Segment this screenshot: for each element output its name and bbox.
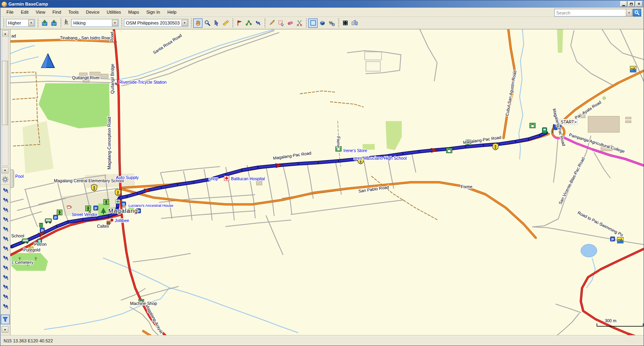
track-list-item[interactable]	[0, 205, 10, 214]
map-label: Machine Shop	[130, 301, 157, 306]
footprints-icon	[2, 187, 9, 194]
track-list-item[interactable]	[0, 292, 10, 301]
track-list-item[interactable]	[0, 224, 10, 234]
gear-icon	[2, 176, 9, 183]
toolbar: Higher▼Hiking▼OSM Philippines 20130503▼%	[0, 17, 644, 29]
menu-view[interactable]: View	[32, 8, 49, 16]
sidebar-scroll-down[interactable]: ▼	[2, 167, 8, 173]
track-point	[318, 162, 319, 163]
pharmacy-icon	[116, 200, 120, 204]
new-track-tool-button[interactable]	[253, 19, 262, 28]
map-arrow-icon	[51, 20, 57, 26]
track-point	[338, 161, 339, 161]
close-button[interactable]: ×	[636, 1, 642, 7]
hospital-icon	[224, 176, 229, 181]
map-label: Petron	[34, 242, 47, 247]
measure-tool-button[interactable]	[221, 19, 230, 28]
menu-sign-in[interactable]: Sign In	[142, 8, 163, 16]
attraction-icon	[86, 206, 91, 211]
map-product-combo[interactable]: OSM Philippines 20130503▼	[124, 19, 188, 27]
menu-tools[interactable]: Tools	[65, 8, 83, 16]
track-list-item[interactable]	[0, 243, 10, 253]
sidebar-scroll-thumb[interactable]	[2, 61, 8, 125]
track-point	[499, 144, 500, 144]
menu-utilities[interactable]: Utilities	[103, 8, 124, 16]
minimize-button[interactable]	[620, 1, 627, 7]
track-list-item[interactable]	[0, 263, 10, 272]
land-area	[557, 29, 563, 53]
map-label: School	[11, 233, 24, 238]
sidebar-scrollbar[interactable]	[2, 36, 8, 166]
map-product-combo-arrow-icon[interactable]: ▼	[182, 20, 188, 26]
track-point	[97, 218, 97, 218]
shrink-tool-button[interactable]: %	[327, 19, 336, 28]
menu-device[interactable]: Device	[82, 8, 103, 16]
filter-funnel-icon[interactable]	[1, 315, 10, 324]
marquee-icon	[278, 20, 284, 26]
sidebar-scroll-up[interactable]: ▲	[2, 30, 9, 37]
view-3d-tool-button[interactable]	[318, 19, 327, 28]
menu-edit[interactable]: Edit	[17, 8, 32, 16]
footprints-icon	[2, 254, 9, 262]
menu-maps[interactable]: Maps	[125, 8, 143, 16]
track-list-item[interactable]	[0, 301, 10, 311]
attraction-icon	[57, 210, 62, 215]
svg-text:P: P	[54, 216, 57, 220]
panel-collapse-handle[interactable]	[10, 169, 14, 188]
search-input[interactable]	[554, 9, 626, 16]
track-point	[419, 151, 419, 152]
map-label: Street Vendor	[72, 212, 98, 217]
full-screen-tool-button[interactable]	[341, 19, 350, 28]
install-maps-button[interactable]	[40, 19, 49, 28]
track-list-item[interactable]	[0, 185, 10, 195]
track-list-item[interactable]	[0, 282, 10, 292]
activity-combo-arrow-icon[interactable]: ▼	[112, 20, 118, 26]
track-list-item[interactable]	[0, 214, 10, 224]
footprints-icon	[2, 264, 9, 271]
menu-help[interactable]: Help	[164, 8, 180, 16]
draw-tool-button[interactable]	[267, 19, 276, 28]
map-label: ad	[11, 33, 16, 38]
track-list-item[interactable]	[0, 234, 10, 243]
menu-file[interactable]: File	[3, 8, 17, 16]
search-dropdown-arrow-icon[interactable]: ▼	[626, 9, 632, 16]
search-button[interactable]	[633, 9, 641, 16]
map-canvas[interactable]: PPPPPPadTinabang - San Isidro RoadSanta …	[10, 29, 644, 336]
map-label: Balitucan Hospital	[231, 176, 265, 181]
track-point	[83, 219, 83, 220]
receive-maps-button[interactable]	[49, 19, 58, 28]
swimming-icon	[630, 66, 636, 72]
toolbar-grip	[37, 19, 39, 27]
select-items-tool-button[interactable]	[276, 19, 285, 28]
map-label: Caltex	[97, 224, 109, 229]
pan-tool-button[interactable]	[193, 19, 202, 28]
new-route-tool-button[interactable]	[244, 19, 253, 28]
track-list-item[interactable]	[0, 195, 10, 205]
track-list-item[interactable]	[0, 253, 10, 263]
map-label: Irene's Store	[343, 148, 367, 153]
new-waypoint-tool-button[interactable]	[235, 19, 244, 28]
detail-level-combo-arrow-icon[interactable]: ▼	[28, 20, 34, 26]
menu-find[interactable]: Find	[49, 8, 64, 16]
map-label: Fixme	[461, 184, 473, 189]
map-label: Magalang	[108, 207, 138, 214]
divide-tool-button[interactable]	[295, 19, 304, 28]
track-point	[539, 135, 540, 136]
sidebar-scroll-down-2[interactable]: ▼	[2, 326, 8, 333]
track-point	[225, 174, 226, 175]
detail-level-combo-value: Higher	[8, 21, 28, 25]
show-detail-window-tool-button[interactable]	[308, 19, 318, 28]
select-tool-button[interactable]	[212, 19, 221, 28]
transfer-tool-button[interactable]	[350, 19, 359, 28]
activity-combo[interactable]: Hiking▼	[71, 19, 119, 27]
building	[256, 181, 262, 185]
detail-level-combo[interactable]: Higher▼	[6, 19, 35, 27]
erase-tool-button[interactable]	[285, 19, 295, 28]
zoom-tool-button[interactable]	[202, 19, 212, 28]
gear-icon[interactable]	[1, 174, 10, 185]
route-icon	[246, 20, 252, 26]
track-list-item[interactable]	[0, 272, 10, 282]
restore-button[interactable]	[628, 1, 635, 7]
svg-text:P: P	[41, 229, 43, 233]
title-bar[interactable]: Garmin BaseCamp ×	[0, 0, 644, 8]
